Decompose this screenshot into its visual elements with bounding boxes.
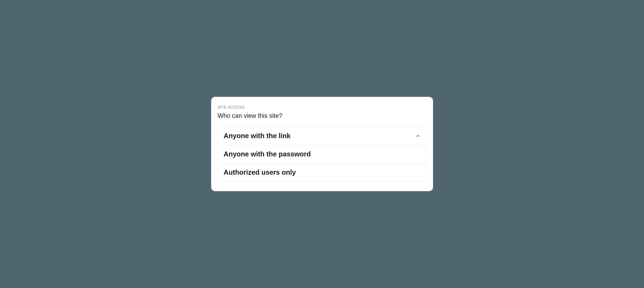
- site-access-card: SITE ACCESS Who can view this site? Anyo…: [211, 97, 433, 191]
- section-title: Who can view this site?: [218, 112, 426, 119]
- dropdown-option-anyone-link[interactable]: Anyone with the link: [218, 127, 426, 145]
- chevron-up-icon: [415, 133, 420, 138]
- dropdown-option-label: Authorized users only: [224, 168, 296, 176]
- dropdown-option-authorized-users[interactable]: Authorized users only: [218, 163, 426, 181]
- section-label: SITE ACCESS: [218, 105, 426, 110]
- access-dropdown[interactable]: Anyone with the link Anyone with the pas…: [218, 127, 426, 182]
- dropdown-option-label: Anyone with the link: [224, 132, 290, 140]
- dropdown-option-anyone-password[interactable]: Anyone with the password: [218, 145, 426, 163]
- dropdown-option-label: Anyone with the password: [224, 150, 311, 158]
